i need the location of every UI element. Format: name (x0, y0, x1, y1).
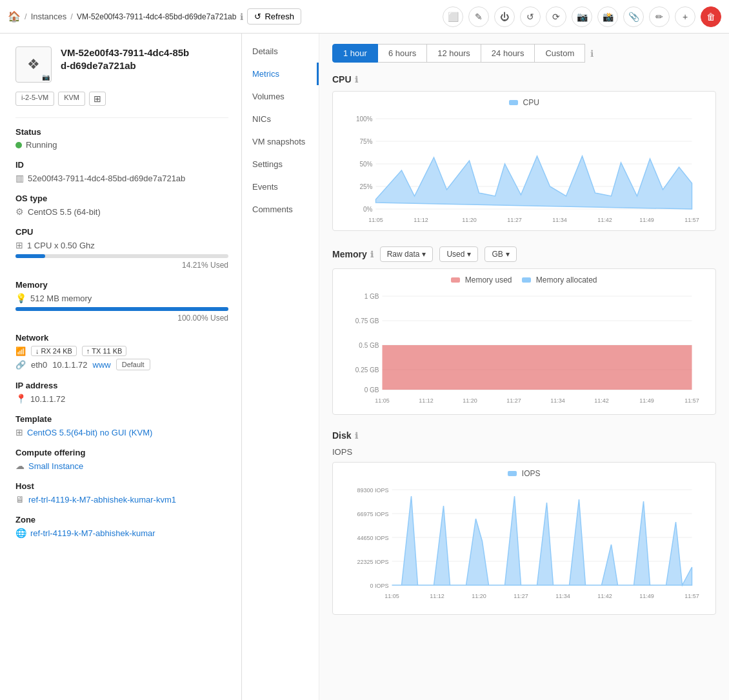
host-value[interactable]: ref-trl-4119-k-M7-abhishek-kumar-kvm1 (28, 495, 176, 505)
memory-info-icon[interactable]: ℹ (370, 250, 374, 259)
svg-text:11:42: 11:42 (597, 217, 612, 223)
breadcrumb-sep1: / (25, 12, 27, 21)
right-panel: Details Metrics Volumes NICs VM snapshot… (242, 34, 729, 700)
nav-details[interactable]: Details (242, 40, 319, 63)
monitor-icon: 🖥 (15, 494, 25, 505)
main-layout: ❖ 📷 VM-52e00f43-7911-4dc4-85bd-d69de7a72… (0, 34, 729, 700)
nav-vm-snapshots[interactable]: VM snapshots (242, 130, 319, 153)
location-icon: 📍 (15, 394, 26, 404)
os-row: ⚙ CentOS 5.5 (64-bit) (15, 206, 228, 217)
status-label: Status (15, 127, 228, 137)
template-value[interactable]: CentOS 5.5(64-bit) no GUI (KVM) (27, 428, 152, 437)
compute-value[interactable]: Small Instance (28, 461, 83, 471)
add-icon-btn[interactable]: + (675, 6, 695, 27)
vm-tag-instance[interactable]: i-2-5-VM (15, 92, 54, 106)
svg-text:11:05: 11:05 (375, 397, 390, 404)
memory-used-label: 100.00% Used (15, 314, 228, 323)
svg-text:50%: 50% (359, 161, 372, 168)
nav-nics[interactable]: NICs (242, 108, 319, 130)
disk-info-icon[interactable]: ℹ (355, 431, 358, 441)
zone-section: Zone 🌐 ref-trl-4119-k-M7-abhishek-kumar (15, 515, 228, 538)
time-info-icon[interactable]: ℹ (590, 48, 594, 59)
svg-text:1 GB: 1 GB (364, 293, 379, 300)
home-icon[interactable]: 🏠 (8, 10, 21, 23)
svg-text:11:49: 11:49 (639, 397, 654, 404)
network-eth-row: 🔗 eth0 10.1.1.72 www Default (15, 359, 228, 370)
svg-text:11:34: 11:34 (550, 397, 565, 404)
eth-ip: 10.1.1.72 (52, 360, 87, 370)
disk-chart-svg: 89300 IOPS 66975 IOPS 44650 IOPS 22325 I… (339, 483, 709, 612)
nav-volumes[interactable]: Volumes (242, 85, 319, 108)
zone-value[interactable]: ref-trl-4119-k-M7-abhishek-kumar (30, 528, 155, 538)
topbar: 🏠 / Instances / VM-52e00f43-7911-4dc4-85… (0, 0, 729, 34)
tx-arrow-icon: ↑ (86, 347, 90, 355)
svg-text:22325 IOPS: 22325 IOPS (357, 559, 388, 565)
attach-icon-btn[interactable]: 📎 (623, 6, 644, 27)
cpu-chart-svg: 100% 75% 50% 25% 0% 11:05 11:12 11:20 11… (339, 112, 709, 228)
nav-events[interactable]: Events (242, 175, 319, 198)
nav-comments[interactable]: Comments (242, 198, 319, 221)
tab-1hour[interactable]: 1 hour (332, 44, 378, 63)
gb-select[interactable]: GB ▾ (484, 246, 516, 262)
breadcrumb-vm-id: VM-52e00f43-7911-4dc4-85bd-d69de7a721ab (77, 12, 237, 21)
nav-settings[interactable]: Settings (242, 153, 319, 175)
tx-badge: ↑ TX 11 KB (82, 346, 127, 356)
disk-chart-title: Disk ℹ (332, 430, 716, 441)
left-panel: ❖ 📷 VM-52e00f43-7911-4dc4-85bd-d69de7a72… (0, 34, 242, 700)
cpu-label: CPU (15, 227, 228, 237)
network-wifi-row: 📶 ↓ RX 24 KB ↑ TX 11 KB (15, 346, 228, 356)
vm-tag-icon[interactable]: ⊞ (89, 92, 106, 106)
zone-label: Zone (15, 515, 228, 525)
svg-text:11:34: 11:34 (555, 593, 570, 599)
template-label: Template (15, 414, 228, 424)
disk-legend: IOPS (339, 469, 709, 478)
network-section: Network 📶 ↓ RX 24 KB ↑ TX 11 KB 🔗 eth0 1… (15, 333, 228, 370)
svg-rect-28 (383, 345, 692, 390)
vm-tag-kvm[interactable]: KVM (58, 92, 85, 106)
vm-header: ❖ 📷 VM-52e00f43-7911-4dc4-85bd-d69de7a72… (15, 46, 228, 83)
status-section: Status Running (15, 127, 228, 150)
id-section: ID ▥ 52e00f43-7911-4dc4-85bd-d69de7a721a… (15, 160, 228, 183)
refresh-button[interactable]: ↺ Refresh (247, 8, 301, 25)
raw-data-select[interactable]: Raw data ▾ (380, 246, 434, 262)
nav-metrics[interactable]: Metrics (242, 63, 319, 85)
used-select[interactable]: Used ▾ (439, 246, 478, 262)
wifi-icon: 📶 (15, 346, 26, 356)
edit-icon-btn[interactable]: ✎ (468, 6, 489, 27)
svg-text:44650 IOPS: 44650 IOPS (357, 535, 388, 541)
delete-icon-btn[interactable]: 🗑 (701, 6, 721, 27)
svg-text:0%: 0% (363, 206, 373, 213)
memory-chart-title: Memory ℹ (332, 249, 374, 259)
svg-text:11:57: 11:57 (684, 593, 699, 599)
memory-legend: Memory used Memory allocated (339, 275, 709, 285)
help-icon[interactable]: ℹ (240, 12, 243, 22)
svg-text:11:42: 11:42 (597, 593, 612, 599)
svg-text:11:57: 11:57 (684, 217, 699, 223)
svg-text:11:05: 11:05 (384, 593, 399, 599)
tab-custom[interactable]: Custom (535, 44, 585, 63)
breadcrumb-instances[interactable]: Instances (31, 12, 67, 21)
camera-icon-btn[interactable]: 📷 (572, 6, 592, 27)
cpu-used-label: 14.21% Used (15, 261, 228, 270)
screenshot-icon-btn[interactable]: 📸 (597, 6, 618, 27)
cpu-info-icon[interactable]: ℹ (355, 75, 358, 85)
host-row: 🖥 ref-trl-4119-k-M7-abhishek-kumar-kvm1 (15, 494, 228, 505)
power-icon-btn[interactable]: ⏻ (494, 6, 515, 27)
display-icon-btn[interactable]: ⬜ (443, 6, 463, 27)
cpu-chart-container: CPU 100% 75% 50% (332, 91, 716, 231)
svg-text:11:12: 11:12 (414, 217, 428, 223)
svg-text:0.5 GB: 0.5 GB (359, 342, 379, 349)
svg-text:11:12: 11:12 (419, 397, 434, 404)
svg-text:75%: 75% (359, 138, 372, 145)
cpu-progress-fill (15, 254, 45, 258)
edit2-icon-btn[interactable]: ✏ (649, 6, 670, 27)
restart-icon-btn[interactable]: ↺ (520, 6, 541, 27)
svg-text:0.75 GB: 0.75 GB (355, 317, 379, 325)
tab-24hours[interactable]: 24 hours (481, 44, 535, 63)
cpu-value: 1 CPU x 0.50 Ghz (27, 241, 95, 250)
reload-icon-btn[interactable]: ⟳ (546, 6, 566, 27)
www-link[interactable]: www (93, 360, 111, 370)
tab-12hours[interactable]: 12 hours (427, 44, 481, 63)
tab-6hours[interactable]: 6 hours (378, 44, 427, 63)
breadcrumb-area: 🏠 / Instances / VM-52e00f43-7911-4dc4-85… (8, 8, 301, 25)
